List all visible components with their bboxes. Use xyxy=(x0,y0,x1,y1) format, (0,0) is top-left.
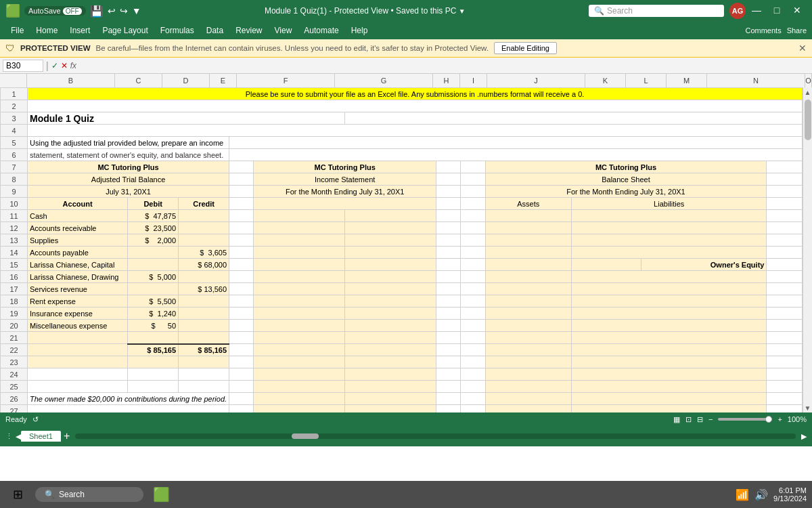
col-header-e[interactable]: E xyxy=(210,74,237,87)
owner-note[interactable]: The owner made $20,000 in contributions … xyxy=(28,393,229,405)
title-bar: 🟩 AutoSave OFF 💾 ↩ ↪ ▼ Module 1 Quiz(1) … xyxy=(0,0,812,22)
search-icon: 🔍 xyxy=(594,6,604,16)
horizontal-scrollbar[interactable] xyxy=(75,433,796,439)
bs-sub2[interactable]: For the Month Ending July 31, 20X1 xyxy=(485,186,767,198)
windows-start-button[interactable]: ⊞ xyxy=(5,482,30,507)
zoom-plus-icon[interactable]: + xyxy=(777,415,782,423)
more-sheets-icon[interactable]: ⋮ xyxy=(5,432,13,441)
menu-data[interactable]: Data xyxy=(201,24,229,37)
col-header-h[interactable]: H xyxy=(433,74,460,87)
menu-help[interactable]: Help xyxy=(346,24,374,37)
enable-editing-button[interactable]: Enable Editing xyxy=(494,42,557,54)
title-search[interactable]: 🔍 Search xyxy=(589,5,724,17)
customize-icon[interactable]: ▼ xyxy=(132,5,141,16)
atb-col-account[interactable]: Account xyxy=(28,198,128,210)
table-row: 19 Insurance expense $ 1,240 xyxy=(1,308,803,320)
atb-total-credit[interactable]: $ 85,165 xyxy=(179,344,229,356)
col-header-l[interactable]: L xyxy=(626,74,667,87)
row-num: 1 xyxy=(1,88,28,100)
bs-owners-equity[interactable]: Owner's Equity xyxy=(641,259,767,271)
check-icon[interactable]: ✓ xyxy=(51,61,58,70)
taskbar-excel-icon[interactable]: 🟩 xyxy=(149,482,173,507)
close-button[interactable]: ✕ xyxy=(788,3,807,18)
col-header-j[interactable]: J xyxy=(487,74,585,87)
col-header-o[interactable]: O xyxy=(805,74,812,87)
col-header-d[interactable]: D xyxy=(162,74,210,87)
table-row: 9 July 31, 20X1 For the Month Ending Jul… xyxy=(1,186,803,198)
view-pagebreak-icon[interactable]: ⊟ xyxy=(697,415,703,424)
scroll-down-arrow[interactable]: ▼ xyxy=(803,403,813,412)
maximize-button[interactable]: □ xyxy=(767,3,786,18)
menu-formulas[interactable]: Formulas xyxy=(155,24,200,37)
row1-message[interactable]: Please be sure to submit your file as an… xyxy=(28,88,803,100)
bs-liabilities-label[interactable]: Liabilities xyxy=(571,198,766,210)
taskbar-search[interactable]: 🔍 Search xyxy=(35,487,143,502)
table-row: 12 Accounts receivable $ 23,500 xyxy=(1,222,803,234)
ready-status: Ready xyxy=(5,415,27,423)
menu-home[interactable]: Home xyxy=(30,24,63,37)
vertical-scrollbar[interactable]: ▲ ▼ xyxy=(803,87,812,412)
menu-automate[interactable]: Automate xyxy=(298,24,344,37)
zoom-slider[interactable] xyxy=(718,418,772,421)
undo-icon[interactable]: ↩ xyxy=(108,5,116,16)
title-dropdown-icon[interactable]: ▼ xyxy=(459,7,466,15)
col-header-b[interactable]: B xyxy=(27,74,115,87)
spreadsheet-table: 1 Please be sure to submit your file as … xyxy=(0,87,803,412)
zoom-slider-minus[interactable]: − xyxy=(708,415,713,423)
share-btn[interactable]: Share xyxy=(787,26,807,35)
autosave-toggle[interactable]: AutoSave OFF xyxy=(24,6,86,16)
comments-btn[interactable]: Comments xyxy=(745,26,781,35)
scroll-up-arrow[interactable]: ▲ xyxy=(803,87,813,97)
atb-sub2[interactable]: July 31, 20X1 xyxy=(28,186,229,198)
view-normal-icon[interactable]: ▦ xyxy=(673,415,680,424)
recalculate-icon[interactable]: ↺ xyxy=(32,415,39,424)
prev-sheet-icon[interactable]: ◀ xyxy=(16,432,21,441)
table-row: 3 Module 1 Quiz xyxy=(1,112,803,125)
col-header-f[interactable]: F xyxy=(237,74,335,87)
bs-sub1[interactable]: Balance Sheet xyxy=(485,173,767,186)
banner-close-icon[interactable]: ✕ xyxy=(798,43,807,54)
taskbar-wifi-icon[interactable]: 📶 xyxy=(736,488,749,501)
next-sheet-icon[interactable]: ▶ xyxy=(801,432,807,441)
col-header-i[interactable]: I xyxy=(460,74,487,87)
col-header-k[interactable]: K xyxy=(585,74,626,87)
is-sub2[interactable]: For the Month Ending July 31, 20X1 xyxy=(254,186,436,198)
col-header-c[interactable]: C xyxy=(115,74,162,87)
sheet-tab-sheet1[interactable]: Sheet1 xyxy=(21,431,61,442)
menu-file[interactable]: File xyxy=(5,24,29,37)
is-sub1[interactable]: Income Statement xyxy=(254,173,436,186)
minimize-button[interactable]: — xyxy=(747,3,766,18)
atb-sub1[interactable]: Adjusted Trial Balance xyxy=(28,173,229,186)
bs-assets-label[interactable]: Assets xyxy=(485,198,571,210)
cancel-icon[interactable]: ✕ xyxy=(61,61,68,70)
grid[interactable]: 1 Please be sure to submit your file as … xyxy=(0,87,803,412)
col-header-n[interactable]: N xyxy=(707,74,805,87)
atb-col-debit[interactable]: Debit xyxy=(128,198,179,210)
user-avatar[interactable]: AG xyxy=(729,3,746,19)
col-header-g[interactable]: G xyxy=(335,74,433,87)
time-display[interactable]: 6:01 PM 9/13/2024 xyxy=(773,486,807,503)
menu-insert[interactable]: Insert xyxy=(64,24,95,37)
is-header[interactable]: MC Tutoring Plus xyxy=(254,161,436,173)
zoom-level[interactable]: 100% xyxy=(788,415,807,423)
atb-total-debit[interactable]: $ 85,165 xyxy=(128,344,179,356)
cell-reference-input[interactable] xyxy=(3,60,43,72)
scroll-thumb[interactable] xyxy=(805,100,811,140)
add-sheet-button[interactable]: + xyxy=(64,430,70,442)
instruction-line2[interactable]: statement, statement of owner's equity, … xyxy=(28,149,229,161)
instruction-line1[interactable]: Using the adjusted trial provided below,… xyxy=(28,137,229,149)
sheet-nav-arrows[interactable]: ⋮ ◀ xyxy=(5,432,21,441)
quiz-title[interactable]: Module 1 Quiz xyxy=(28,112,345,125)
atb-col-credit[interactable]: Credit xyxy=(179,198,229,210)
save-icon[interactable]: 💾 xyxy=(90,5,104,18)
taskbar-volume-icon[interactable]: 🔊 xyxy=(754,488,768,501)
menu-review[interactable]: Review xyxy=(230,24,267,37)
redo-icon[interactable]: ↪ xyxy=(120,5,128,16)
view-page-icon[interactable]: ⊡ xyxy=(685,415,692,424)
bs-header[interactable]: MC Tutoring Plus xyxy=(485,161,767,173)
atb-header[interactable]: MC Tutoring Plus xyxy=(28,161,229,173)
menu-page-layout[interactable]: Page Layout xyxy=(97,24,153,37)
col-header-m[interactable]: M xyxy=(667,74,707,87)
scroll-thumb-h[interactable] xyxy=(292,433,319,439)
menu-view[interactable]: View xyxy=(269,24,298,37)
